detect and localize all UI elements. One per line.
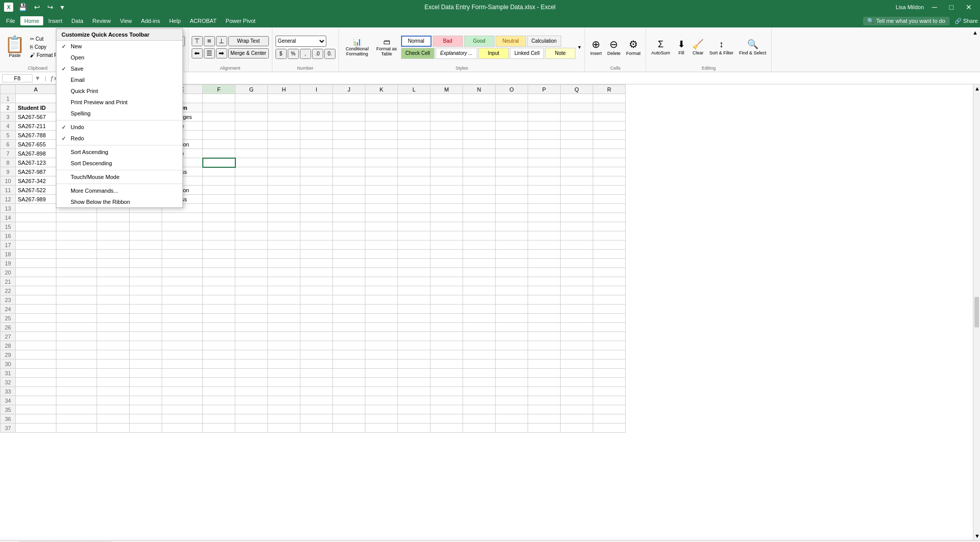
list-item[interactable]	[496, 240, 528, 250]
list-item[interactable]	[528, 231, 561, 240]
list-item[interactable]	[300, 122, 333, 131]
list-item[interactable]	[463, 103, 496, 112]
list-item[interactable]	[16, 332, 56, 341]
list-item[interactable]	[130, 240, 162, 250]
list-item[interactable]	[333, 396, 365, 405]
list-item[interactable]	[593, 305, 626, 314]
list-item[interactable]	[300, 424, 333, 433]
list-item[interactable]	[463, 240, 496, 250]
list-item[interactable]	[333, 112, 365, 122]
list-item[interactable]	[203, 277, 235, 286]
cell-reference-input[interactable]	[2, 74, 33, 82]
list-item[interactable]	[300, 94, 333, 103]
list-item[interactable]	[333, 213, 365, 222]
list-item[interactable]	[268, 158, 300, 167]
list-item[interactable]	[561, 295, 593, 305]
list-item[interactable]	[431, 350, 463, 359]
list-item[interactable]	[496, 186, 528, 195]
list-item[interactable]	[365, 341, 398, 350]
list-item[interactable]	[333, 186, 365, 195]
list-item[interactable]	[16, 222, 56, 231]
list-item[interactable]	[561, 112, 593, 122]
mid-align-btn[interactable]: ≡	[204, 36, 215, 46]
list-item[interactable]	[97, 268, 130, 277]
qat-save-btn[interactable]: 💾	[16, 2, 29, 12]
list-item[interactable]	[203, 149, 235, 158]
context-menu-item-email[interactable]: Email	[56, 74, 182, 85]
list-item[interactable]	[268, 314, 300, 323]
expand-formula-btn[interactable]: ▼	[35, 75, 41, 82]
list-item[interactable]	[431, 158, 463, 167]
list-item[interactable]	[398, 396, 431, 405]
list-item[interactable]	[56, 332, 97, 341]
qat-customize-btn[interactable]: ▾	[58, 2, 66, 12]
list-item[interactable]	[268, 268, 300, 277]
list-item[interactable]	[268, 204, 300, 213]
list-item[interactable]	[593, 387, 626, 396]
list-item[interactable]	[56, 305, 97, 314]
vertical-scrollbar[interactable]: ▲ ▼	[973, 84, 980, 540]
list-item[interactable]	[300, 213, 333, 222]
list-item[interactable]	[16, 250, 56, 259]
list-item[interactable]	[561, 140, 593, 149]
list-item[interactable]	[431, 122, 463, 131]
list-item[interactable]	[333, 176, 365, 186]
list-item[interactable]	[398, 149, 431, 158]
list-item[interactable]	[593, 350, 626, 359]
list-item[interactable]	[463, 195, 496, 204]
list-item[interactable]	[496, 424, 528, 433]
list-item[interactable]	[496, 176, 528, 186]
list-item[interactable]	[333, 149, 365, 158]
list-item[interactable]	[97, 240, 130, 250]
list-item[interactable]	[398, 387, 431, 396]
list-item[interactable]	[56, 396, 97, 405]
list-item[interactable]	[528, 414, 561, 424]
list-item[interactable]	[333, 195, 365, 204]
list-item[interactable]	[496, 268, 528, 277]
list-item[interactable]	[203, 122, 235, 131]
list-item[interactable]	[593, 323, 626, 332]
list-item[interactable]	[235, 286, 268, 295]
list-item[interactable]	[463, 341, 496, 350]
list-item[interactable]	[528, 131, 561, 140]
list-item[interactable]	[463, 332, 496, 341]
context-menu-item-show-below[interactable]: Show Below the Ribbon	[56, 196, 182, 207]
list-item[interactable]	[16, 359, 56, 369]
list-item[interactable]	[431, 112, 463, 122]
list-item[interactable]	[561, 350, 593, 359]
list-item[interactable]	[593, 424, 626, 433]
list-item[interactable]	[365, 131, 398, 140]
list-item[interactable]	[130, 341, 162, 350]
list-item[interactable]	[300, 277, 333, 286]
list-item[interactable]	[496, 378, 528, 387]
list-item[interactable]	[528, 295, 561, 305]
list-item[interactable]	[300, 341, 333, 350]
list-item[interactable]	[365, 277, 398, 286]
list-item[interactable]	[561, 240, 593, 250]
list-item[interactable]	[593, 167, 626, 176]
list-item[interactable]	[300, 204, 333, 213]
list-item[interactable]	[365, 378, 398, 387]
list-item[interactable]	[593, 112, 626, 122]
list-item[interactable]	[593, 396, 626, 405]
list-item[interactable]	[463, 149, 496, 158]
list-item[interactable]	[268, 259, 300, 268]
list-item[interactable]	[97, 259, 130, 268]
number-format-select[interactable]: General	[275, 36, 326, 47]
list-item[interactable]	[561, 387, 593, 396]
style-linked-cell[interactable]: Linked Cell	[510, 48, 544, 59]
list-item[interactable]	[593, 369, 626, 378]
list-item[interactable]	[528, 112, 561, 122]
list-item[interactable]	[268, 122, 300, 131]
list-item[interactable]	[203, 323, 235, 332]
list-item[interactable]	[463, 314, 496, 323]
list-item[interactable]	[56, 387, 97, 396]
list-item[interactable]	[203, 387, 235, 396]
list-item[interactable]	[561, 396, 593, 405]
list-item[interactable]	[203, 140, 235, 149]
list-item[interactable]	[268, 378, 300, 387]
col-header-q[interactable]: Q	[561, 85, 593, 94]
list-item[interactable]	[463, 250, 496, 259]
list-item[interactable]	[365, 369, 398, 378]
list-item[interactable]	[162, 231, 203, 240]
